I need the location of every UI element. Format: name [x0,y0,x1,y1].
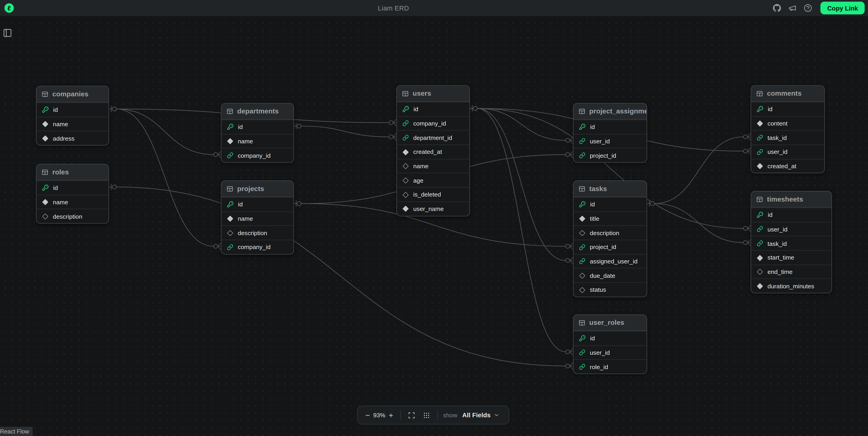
column-name: id [238,201,243,208]
column-row-id[interactable]: id [221,197,293,211]
table-header[interactable]: user_roles [574,315,647,331]
table-node-comments[interactable]: commentsidcontenttask_iduser_idcreated_a… [751,85,825,174]
table-node-roles[interactable]: rolesidnamedescription [36,164,109,224]
column-row-id[interactable]: id [574,197,647,211]
cardinality-one-circle-icon [112,107,116,111]
help-icon[interactable] [804,4,812,12]
column-row-id[interactable]: id [751,208,832,222]
column-row-company_id[interactable]: company_id [221,240,293,254]
column-row-id[interactable]: id [221,120,293,134]
column-name: name [238,215,253,222]
table-header[interactable]: tasks [574,181,647,197]
column-row-name[interactable]: name [221,134,293,148]
table-name: projects [237,185,264,193]
column-name: task_id [768,240,787,247]
nullable-diamond-icon [757,269,763,275]
column-row-age[interactable]: age [397,173,470,187]
column-row-assigned_user_id[interactable]: assigned_user_id [574,254,647,268]
column-row-description[interactable]: description [221,225,293,240]
nullable-diamond-icon [227,230,233,236]
sidebar-toggle-button[interactable] [3,28,12,38]
column-row-due_date[interactable]: due_date [574,268,647,282]
nullable-diamond-icon [579,287,585,293]
column-row-end_time[interactable]: end_time [751,264,832,279]
column-row-name[interactable]: name [36,195,108,209]
crow-foot-icon [218,243,221,249]
table-node-projects[interactable]: projectsidnamedescriptioncompany_id [221,180,294,254]
table-node-tasks[interactable]: tasksidtitledescriptionproject_idassigne… [573,180,647,297]
column-row-id[interactable]: id [574,120,647,134]
table-header[interactable]: timesheets [751,191,832,208]
column-row-task_id[interactable]: task_id [751,236,832,250]
table-name: tasks [589,185,607,193]
column-row-created_at[interactable]: created_at [751,159,824,173]
fit-view-button[interactable] [406,412,417,419]
top-bar: ℓ Liam ERD Copy Link [0,0,868,16]
column-row-role_id[interactable]: role_id [574,360,647,374]
column-row-id[interactable]: id [36,102,108,117]
relationship-edge [477,108,565,260]
react-flow-attribution[interactable]: React Flow [0,427,32,436]
column-row-user_id[interactable]: user_id [751,222,832,236]
column-row-id[interactable]: id [36,180,108,194]
column-row-task_id[interactable]: task_id [751,130,824,145]
column-row-project_id[interactable]: project_id [574,240,647,254]
column-row-user_name[interactable]: user_name [397,201,470,216]
foreign-key-icon [757,240,763,247]
table-icon [579,185,585,192]
table-header[interactable]: departments [221,103,293,119]
column-row-project_id[interactable]: project_id [574,148,647,162]
column-row-company_id[interactable]: company_id [397,116,470,130]
fields-filter-select[interactable]: All Fields [462,412,499,418]
column-row-start_time[interactable]: start_time [751,250,832,264]
table-node-users[interactable]: usersidcompany_iddepartment_idcreated_at… [396,85,470,216]
copy-link-button[interactable]: Copy Link [820,2,865,14]
column-row-address[interactable]: address [36,131,108,145]
github-icon[interactable] [773,4,781,12]
megaphone-icon[interactable] [788,4,797,12]
column-row-company_id[interactable]: company_id [221,148,293,162]
table-node-project_assignments[interactable]: project_assignme...iduser_idproject_id [573,103,647,163]
table-node-timesheets[interactable]: timesheetsiduser_idtask_idstart_timeend_… [751,191,832,293]
cardinality-one-circle-icon [650,201,654,206]
column-row-name[interactable]: name [36,117,108,131]
table-header[interactable]: comments [751,86,824,102]
column-row-is_deleted[interactable]: is_deleted [397,187,470,201]
column-row-id[interactable]: id [397,102,470,116]
column-row-name[interactable]: name [397,159,470,173]
table-node-companies[interactable]: companiesidnameaddress [36,86,109,146]
column-row-description[interactable]: description [574,225,647,240]
topbar-actions: Copy Link [773,2,865,14]
column-row-user_id[interactable]: user_id [751,145,824,159]
column-row-title[interactable]: title [574,211,647,225]
column-row-content[interactable]: content [751,116,824,130]
column-name: id [768,212,773,218]
table-header[interactable]: companies [36,86,108,102]
column-row-department_id[interactable]: department_id [397,130,470,145]
column-row-name[interactable]: name [221,211,293,225]
column-row-created_at[interactable]: created_at [397,145,470,159]
table-header[interactable]: roles [36,164,108,180]
zoom-in-button[interactable]: + [386,411,395,419]
table-header[interactable]: users [397,86,470,102]
column-row-id[interactable]: id [751,102,824,116]
crow-foot-icon [747,148,751,154]
tidy-up-button[interactable] [421,412,433,419]
column-row-description[interactable]: description [36,209,108,223]
column-row-user_id[interactable]: user_id [574,134,647,148]
table-header[interactable]: project_assignme... [574,103,647,119]
not-null-diamond-icon [403,149,409,155]
column-row-duration_minutes[interactable]: duration_minutes [751,279,832,293]
cardinality-many-circle-icon [566,244,569,248]
column-name: assigned_user_id [590,258,638,264]
column-row-user_id[interactable]: user_id [574,345,647,359]
fields-filter-value: All Fields [462,412,491,418]
table-node-departments[interactable]: departmentsidnamecompany_id [221,103,294,163]
column-row-status[interactable]: status [574,282,647,297]
zoom-out-button[interactable]: − [363,411,372,419]
primary-key-icon [579,124,586,130]
liam-logo-icon[interactable]: ℓ [4,3,14,13]
table-header[interactable]: projects [221,181,293,197]
table-node-user_roles[interactable]: user_rolesiduser_idrole_id [573,314,647,374]
column-row-id[interactable]: id [574,331,647,345]
